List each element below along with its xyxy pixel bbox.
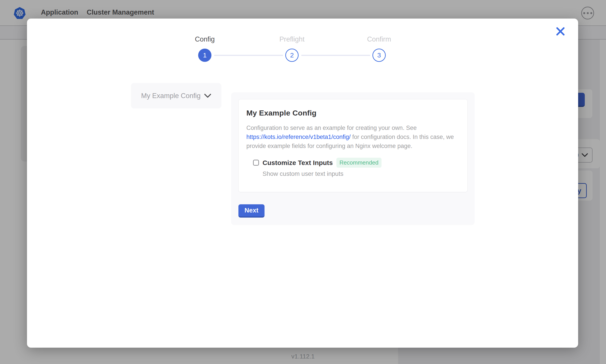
config-panel: My Example Config Configuration to serve…: [231, 92, 475, 225]
step-connector: [301, 55, 370, 56]
chevron-down-icon: [204, 94, 211, 98]
customize-text-inputs-checkbox[interactable]: [253, 160, 259, 166]
step-label-confirm: Confirm: [346, 35, 412, 43]
checkbox-help-text: Show custom user text inputs: [262, 170, 460, 177]
recommended-badge: Recommended: [336, 158, 382, 168]
config-wizard-modal: Config Preflight Confirm 1 2 3 My Exampl…: [27, 19, 578, 348]
step-circle-3: 3: [372, 49, 386, 62]
checkbox-label[interactable]: Customize Text Inputs: [262, 159, 333, 167]
config-group-dropdown[interactable]: My Example Config: [131, 83, 221, 108]
step-label-config: Config: [172, 35, 238, 43]
customize-text-inputs-option: Customize Text Inputs Recommended: [253, 158, 460, 168]
config-group-label: My Example Config: [141, 92, 201, 100]
description-text: Configuration to serve as an example for…: [246, 125, 417, 131]
screen: ☸ Application Cluster Management 0 y v1.…: [0, 0, 606, 364]
step-circle-2: 2: [285, 49, 299, 62]
config-group-description: Configuration to serve as an example for…: [246, 123, 454, 151]
config-docs-link[interactable]: https://kots.io/reference/v1beta1/config…: [246, 134, 351, 140]
close-button[interactable]: [554, 25, 567, 38]
config-group-title: My Example Config: [246, 109, 460, 117]
config-group-card: My Example Config Configuration to serve…: [238, 99, 468, 192]
next-button[interactable]: Next: [238, 204, 264, 218]
close-icon: [556, 26, 565, 36]
step-circle-1: 1: [198, 49, 211, 62]
step-connector: [214, 55, 283, 56]
step-label-preflight: Preflight: [259, 35, 325, 43]
